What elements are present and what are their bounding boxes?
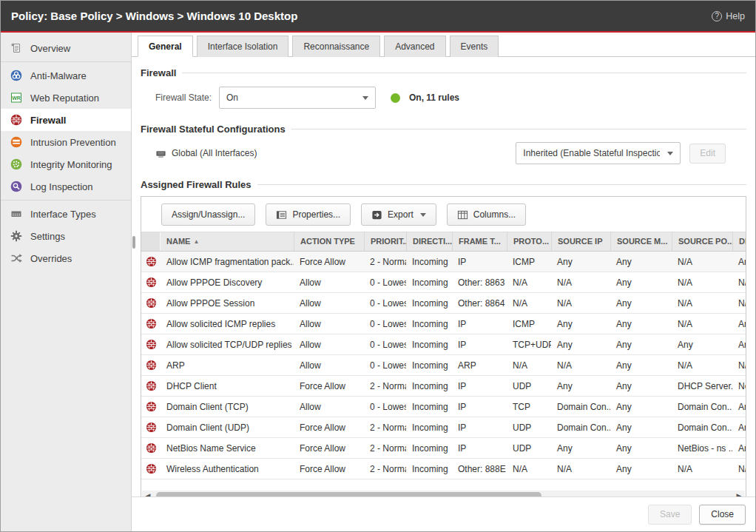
- table-row[interactable]: Allow ICMP fragmentation pack...Force Al…: [141, 252, 746, 272]
- cell-name: ARP: [161, 360, 294, 371]
- sidebar-item-log-inspection[interactable]: Log Inspection: [1, 175, 131, 198]
- sidebar-item-label: Web Reputation: [30, 92, 99, 104]
- cell-source-port: N/A: [672, 298, 732, 309]
- cell-source-port: N/A: [672, 257, 732, 267]
- table-row[interactable]: Domain Client (UDP)Force Allow2 - Normal…: [141, 417, 746, 438]
- stateful-section-heading: Firewall Stateful Configurations: [141, 124, 746, 135]
- table-row[interactable]: Wireless AuthenticationForce Allow2 - No…: [141, 459, 746, 479]
- header-source-port[interactable]: SOURCE PO...: [672, 232, 732, 251]
- table-row[interactable]: Allow PPPOE DiscoveryAllow0 - LowestInco…: [141, 272, 746, 293]
- heading-rule: [182, 73, 746, 73]
- tab-reconnaissance[interactable]: Reconnaissance: [292, 36, 380, 57]
- table-row[interactable]: ARPAllow0 - LowestIncomingARPN/AN/AAnyN/…: [141, 355, 746, 376]
- cell-frame-type: IP: [452, 340, 507, 350]
- firewall-state-value: On: [226, 92, 238, 103]
- tab-advanced[interactable]: Advanced: [384, 36, 445, 57]
- sidebar-item-overrides[interactable]: Overrides: [1, 247, 131, 269]
- assign-unassign-button[interactable]: Assign/Unassign...: [161, 203, 255, 226]
- svg-text:WR: WR: [12, 95, 21, 101]
- sidebar-item-label: Firewall: [30, 115, 66, 126]
- firewall-rule-icon: [141, 318, 161, 329]
- sidebar-item-intrusion-prevention[interactable]: Intrusion Prevention: [1, 131, 131, 153]
- edit-button[interactable]: Edit: [689, 144, 726, 164]
- cell-frame-type: Other: 888E: [452, 464, 507, 474]
- cell-direction: Incoming: [406, 340, 452, 350]
- policy-editor-window: Policy: Base Policy > Windows > Windows …: [0, 0, 756, 532]
- horizontal-scrollbar[interactable]: ◀ ▶: [142, 491, 745, 496]
- help-button[interactable]: ? Help: [712, 11, 745, 21]
- cell-frame-type: Other: 8863: [452, 277, 507, 288]
- header-priority[interactable]: PRIORIT...: [364, 232, 406, 251]
- sidebar-item-integrity-monitoring[interactable]: Integrity Monitoring: [1, 153, 131, 175]
- tab-general[interactable]: General: [138, 36, 193, 57]
- stateful-config-select[interactable]: Inherited (Enable Stateful Inspection): [516, 142, 681, 164]
- cell-source-ip: Domain Con...: [551, 402, 610, 412]
- cell-source-port: N/A: [672, 277, 732, 288]
- cell-protocol: UDP: [507, 381, 551, 391]
- cell-action-type: Allow: [294, 360, 364, 371]
- cell-protocol: TCP+UDP: [507, 340, 551, 350]
- sidebar-item-label: Overrides: [30, 253, 72, 264]
- table-row[interactable]: Allow PPPOE SessionAllow0 - LowestIncomi…: [141, 293, 746, 314]
- firewall-state-select[interactable]: On: [219, 87, 376, 109]
- cell-source-ip: Any: [551, 257, 610, 267]
- cell-source-port: Any: [672, 340, 732, 350]
- columns-button[interactable]: Columns...: [447, 203, 526, 226]
- header-destination[interactable]: DE: [732, 232, 746, 251]
- cell-dest: Any: [732, 443, 746, 454]
- cell-dest: Any: [732, 257, 746, 267]
- sidebar-divider: [1, 200, 131, 201]
- sidebar-item-label: Anti-Malware: [30, 70, 87, 81]
- properties-button[interactable]: Properties...: [266, 203, 351, 226]
- table-row[interactable]: Allow solicited ICMP repliesAllow0 - Low…: [141, 314, 746, 334]
- scroll-right-icon[interactable]: ▶: [735, 491, 743, 496]
- close-button[interactable]: Close: [699, 505, 746, 525]
- header-icon-column: [141, 232, 161, 251]
- header-direction[interactable]: DIRECTI...: [406, 232, 452, 251]
- header-protocol[interactable]: PROTO...: [507, 232, 551, 251]
- header-source-mac[interactable]: SOURCE M...: [610, 232, 672, 251]
- header-name[interactable]: NAME▲: [161, 232, 294, 251]
- tab-interface-isolation[interactable]: Interface Isolation: [197, 36, 289, 57]
- header-frame-type[interactable]: FRAME T...: [452, 232, 507, 251]
- cell-dest: Netw: [732, 381, 746, 391]
- table-row[interactable]: Allow solicited TCP/UDP repliesAllow0 - …: [141, 334, 746, 355]
- cell-source-port: DHCP Server...: [672, 381, 732, 391]
- cell-action-type: Force Allow: [294, 422, 364, 433]
- scroll-left-icon[interactable]: ◀: [144, 491, 152, 496]
- sidebar-item-interface-types[interactable]: Interface Types: [1, 203, 131, 225]
- scrollbar-track[interactable]: [152, 492, 735, 496]
- cell-action-type: Allow: [294, 298, 364, 309]
- table-row[interactable]: NetBios Name ServiceForce Allow2 - Norma…: [141, 438, 746, 459]
- header-action-type[interactable]: ACTION TYPE: [294, 232, 364, 251]
- cell-source-port: NetBios - ns ...: [672, 443, 732, 454]
- cell-protocol: ICMP: [507, 319, 551, 329]
- save-button[interactable]: Save: [648, 505, 692, 525]
- firewall-rule-icon: [141, 380, 161, 391]
- sidebar-item-overview[interactable]: Overview: [1, 37, 131, 59]
- table-row[interactable]: DHCP ClientForce Allow2 - NormalIncoming…: [141, 376, 746, 397]
- circled-question-icon: ?: [712, 11, 722, 21]
- cell-priority: 0 - Lowest: [364, 360, 406, 371]
- header-source-ip[interactable]: SOURCE IP: [551, 232, 610, 251]
- sidebar-item-anti-malware[interactable]: Anti-Malware: [1, 64, 131, 87]
- overview-icon: [10, 42, 22, 54]
- content-vertical-scrollbar-thumb[interactable]: [132, 236, 135, 249]
- cell-source-port: N/A: [672, 360, 732, 371]
- web-reputation-icon: WR: [10, 92, 22, 104]
- export-button[interactable]: Export: [361, 203, 436, 226]
- cell-protocol: UDP: [507, 443, 551, 454]
- sidebar-item-web-reputation[interactable]: WR Web Reputation: [1, 87, 131, 109]
- heading-rule: [257, 184, 746, 185]
- firewall-icon: [10, 114, 22, 126]
- scrollbar-thumb[interactable]: [156, 492, 541, 496]
- cell-direction: Incoming: [406, 277, 452, 288]
- table-row[interactable]: Domain Client (TCP)Allow0 - LowestIncomi…: [141, 397, 746, 417]
- rules-table-body: Allow ICMP fragmentation pack...Force Al…: [141, 252, 746, 479]
- cell-source-mac: Any: [610, 443, 672, 454]
- interface-types-icon: [10, 208, 22, 220]
- sort-asc-icon: ▲: [193, 238, 199, 245]
- tab-events[interactable]: Events: [450, 36, 499, 57]
- sidebar-item-settings[interactable]: Settings: [1, 225, 131, 247]
- sidebar-item-firewall[interactable]: Firewall: [1, 109, 131, 131]
